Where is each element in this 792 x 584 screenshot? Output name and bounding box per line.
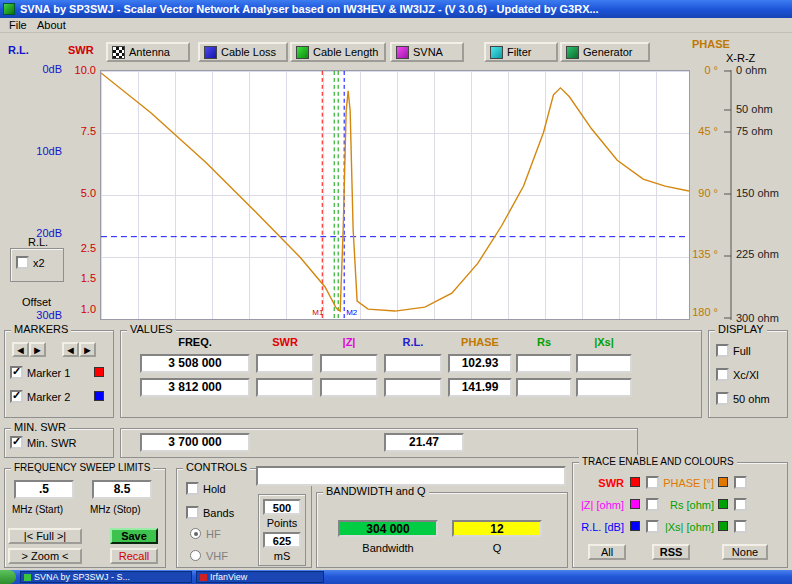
svna-task-icon <box>24 574 31 581</box>
vhf-label: VHF <box>206 550 228 562</box>
taskbar-task-irfanview[interactable]: IrfanView <box>196 571 324 583</box>
display-xcxl-label: Xc/Xl <box>733 369 759 381</box>
menu-item-about[interactable]: About <box>34 19 69 32</box>
irfanview-task-icon <box>200 574 207 581</box>
min-swr-checkbox[interactable] <box>10 436 23 449</box>
toolbar-button-filter[interactable]: Filter <box>484 42 558 62</box>
freq-field-row1[interactable]: 3 508 000 <box>140 354 250 373</box>
marker1-checkbox[interactable] <box>10 366 23 379</box>
values-header-freq: FREQ. <box>140 336 250 348</box>
trace-rl-label: R.L. [dB] <box>576 521 624 533</box>
marker1-next-button[interactable]: ► <box>29 342 46 357</box>
ohm-tick: 225 ohm <box>736 248 779 260</box>
q-value-display: 12 <box>452 520 542 537</box>
menu-item-file[interactable]: File <box>6 19 30 32</box>
marker2-label: Marker 2 <box>27 391 70 403</box>
window-title: SVNA by SP3SWJ - Scalar Vector Network A… <box>20 0 599 18</box>
toolbar-button-cable-length[interactable]: Cable Length <box>290 42 386 62</box>
hf-label: HF <box>206 528 221 540</box>
rl-section-label: R.L. <box>28 236 48 248</box>
trace-phase-swatch[interactable] <box>718 477 728 487</box>
points-label: Points <box>263 517 301 529</box>
trace-phase-checkbox[interactable] <box>734 476 747 489</box>
swr-tick: 1.0 <box>64 303 96 315</box>
freq-field-row2[interactable]: 3 812 000 <box>140 378 250 397</box>
swr-tick: 7.5 <box>64 125 96 137</box>
toolbar-button-antenna[interactable]: Antenna <box>106 42 190 62</box>
display-full-checkbox[interactable] <box>716 344 729 357</box>
marker1-prev-button[interactable]: ◄ <box>12 342 29 357</box>
bands-checkbox[interactable] <box>186 506 199 519</box>
trace-rl-swatch[interactable] <box>630 521 640 531</box>
vhf-radio[interactable] <box>190 550 201 561</box>
hold-checkbox[interactable] <box>186 482 199 495</box>
recall-button[interactable]: Recall <box>110 548 158 564</box>
plot-area[interactable]: M1 M2 <box>100 70 690 320</box>
all-traces-button[interactable]: All <box>588 544 626 560</box>
trace-xs-swatch[interactable] <box>718 521 728 531</box>
marker2-prev-button[interactable]: ◄ <box>62 342 79 357</box>
toolbar-button-label: Generator <box>583 46 633 58</box>
xs-field-row2[interactable] <box>576 378 632 397</box>
display-full-label: Full <box>733 345 751 357</box>
stop-freq-field[interactable]: 8.5 <box>92 480 152 499</box>
swr-tick: 5.0 <box>64 187 96 199</box>
z-field-row1[interactable] <box>320 354 378 373</box>
sweep-group-title: FREQUENCY SWEEP LIMITS <box>11 461 153 474</box>
min-swr-rl-field[interactable]: 21.47 <box>384 433 464 452</box>
trace-swr-swatch[interactable] <box>630 477 640 487</box>
marker2-checkbox[interactable] <box>10 390 23 403</box>
toolbar-button-svna[interactable]: SVNA <box>390 42 464 62</box>
ms-field[interactable]: 625 <box>263 532 301 548</box>
swr-tick: 1.5 <box>64 272 96 284</box>
trace-xs-checkbox[interactable] <box>734 520 747 533</box>
phase-field-row1[interactable]: 102.93 <box>448 354 512 373</box>
points-field[interactable]: 500 <box>263 499 301 515</box>
rl-tick: 30dB <box>28 309 62 321</box>
trace-z-swatch[interactable] <box>630 499 640 509</box>
min-swr-group-title: MIN. SWR <box>11 421 69 434</box>
save-button[interactable]: Save <box>110 528 158 544</box>
ms-label: mS <box>263 550 301 562</box>
trace-swr-checkbox[interactable] <box>646 476 659 489</box>
display-xcxl-checkbox[interactable] <box>716 368 729 381</box>
rs-field-row1[interactable] <box>516 354 572 373</box>
title-bar[interactable]: SVNA by SP3SWJ - Scalar Vector Network A… <box>0 0 792 18</box>
zoom-button[interactable]: > Zoom < <box>8 548 82 564</box>
toolbar-button-generator[interactable]: Generator <box>560 42 650 62</box>
filter-icon <box>490 46 503 59</box>
swr-field-row2[interactable] <box>256 378 314 397</box>
phase-tick: 45 ° <box>690 125 718 137</box>
display-50ohm-checkbox[interactable] <box>716 392 729 405</box>
command-input[interactable] <box>256 466 566 486</box>
toolbar-button-cable-loss[interactable]: Cable Loss <box>198 42 288 62</box>
plot-canvas: M1 M2 <box>101 71 689 319</box>
phase-field-row2[interactable]: 141.99 <box>448 378 512 397</box>
trace-rl-checkbox[interactable] <box>646 520 659 533</box>
phase-tick: 135 ° <box>690 248 718 260</box>
start-button[interactable] <box>0 570 16 584</box>
none-traces-button[interactable]: None <box>722 544 768 560</box>
offset-button[interactable]: Offset <box>22 296 51 308</box>
rl-field-row1[interactable] <box>384 354 442 373</box>
values-group-title: VALUES <box>127 323 176 336</box>
start-freq-field[interactable]: .5 <box>14 480 74 499</box>
x2-checkbox[interactable] <box>16 256 29 269</box>
full-span-button[interactable]: |< Full >| <box>8 528 82 544</box>
xs-field-row1[interactable] <box>576 354 632 373</box>
trace-rs-label: Rs [ohm] <box>662 499 714 511</box>
trace-rs-checkbox[interactable] <box>734 498 747 511</box>
rss-button[interactable]: RSS <box>652 544 690 560</box>
rs-field-row2[interactable] <box>516 378 572 397</box>
trace-phase-label: PHASE [°] <box>662 477 714 489</box>
z-field-row2[interactable] <box>320 378 378 397</box>
taskbar-task-svna[interactable]: SVNA by SP3SWJ - S... <box>20 571 192 583</box>
bandwidth-value-display: 304 000 <box>338 520 438 537</box>
marker2-next-button[interactable]: ► <box>79 342 96 357</box>
min-swr-freq-field[interactable]: 3 700 000 <box>140 433 250 452</box>
hf-radio[interactable] <box>190 528 201 539</box>
trace-rs-swatch[interactable] <box>718 499 728 509</box>
trace-z-checkbox[interactable] <box>646 498 659 511</box>
swr-field-row1[interactable] <box>256 354 314 373</box>
rl-field-row2[interactable] <box>384 378 442 397</box>
